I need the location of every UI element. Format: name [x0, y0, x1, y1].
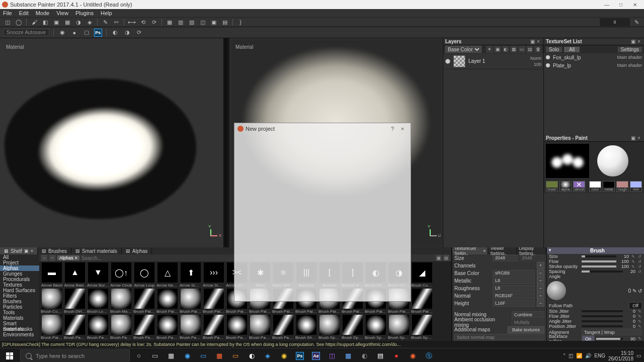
menu-help[interactable]: Help — [101, 10, 112, 16]
app-icon[interactable]: ▦ — [340, 348, 356, 362]
brush-tool-icon[interactable]: 🖌 — [30, 18, 39, 26]
channel-format-select[interactable]: L8 — [493, 285, 535, 292]
shelf-item[interactable]: Brush Paint .. — [202, 289, 225, 314]
cat-smart-materials[interactable]: Smart materials — [0, 321, 39, 326]
cat-alphas[interactable]: Alphas — [0, 265, 39, 271]
snooze-autosave-button[interactable]: Snooze Autosave — [3, 29, 49, 36]
menu-view[interactable]: View — [56, 10, 68, 16]
all-button[interactable]: All — [564, 47, 580, 52]
remove-channel-button[interactable]: − — [537, 292, 544, 299]
tab-brushes[interactable]: ▤Brushes — [38, 247, 71, 254]
shelf-search-input[interactable] — [82, 255, 132, 261]
shelf-item[interactable]: Brush Paint .. — [411, 289, 434, 314]
layer-opacity[interactable]: 100 — [534, 62, 541, 67]
eyedropper-icon[interactable]: ✏ — [112, 18, 121, 26]
size-slider[interactable] — [582, 255, 616, 257]
close-panel-icon[interactable]: × — [535, 39, 541, 44]
shelf-item[interactable]: ◢Brush Corner — [411, 262, 434, 288]
shelf-item[interactable]: ›››Arrow Simpl.. — [202, 262, 225, 288]
shelf-item[interactable]: Brush Paper.. — [63, 315, 87, 340]
aftereffects-icon[interactable]: Ae — [308, 348, 324, 362]
shelf-item[interactable]: Brush Corne.. — [40, 289, 63, 314]
shelf-item[interactable]: Brush Paper.. — [133, 315, 156, 340]
clock[interactable]: 15:10 26/01/2018 — [608, 350, 633, 361]
tray-expand-icon[interactable]: ˄ — [563, 353, 566, 358]
shelf-item[interactable]: △Arrow Negat.. — [156, 262, 179, 288]
shelf-item[interactable]: Brush Spon.. — [411, 315, 434, 340]
tray-icon[interactable]: ◫ — [569, 353, 573, 358]
angle-dial[interactable] — [547, 281, 566, 300]
photoshop-icon[interactable]: Ps — [94, 29, 102, 37]
fill-layer-icon[interactable]: ▦ — [510, 46, 517, 53]
cat-all[interactable]: All — [0, 254, 39, 260]
flow-jitter-slider[interactable] — [582, 315, 623, 317]
shelf-item[interactable]: Brush Paper.. — [156, 315, 179, 340]
stencil-swatch[interactable]: ✕stencil — [573, 181, 585, 192]
cat-materials[interactable]: Materials — [0, 315, 39, 321]
menu-file[interactable]: File — [3, 10, 12, 16]
expand-icon[interactable]: } — [236, 18, 245, 26]
square-icon[interactable]: ▢ — [82, 29, 91, 37]
remove-channel-button[interactable]: − — [537, 300, 544, 307]
norm-icon[interactable]: ◐ — [502, 46, 509, 53]
cat-brushes[interactable]: Brushes — [0, 299, 39, 304]
cat-particles[interactable]: Particles — [0, 304, 39, 310]
shelf-item[interactable]: Brush Maker — [110, 289, 133, 314]
visibility-toggle-icon[interactable] — [445, 59, 450, 64]
list-view-icon[interactable]: ▤ — [443, 255, 449, 261]
remove-channel-button[interactable]: − — [537, 277, 544, 284]
up-icon[interactable]: ^ — [49, 255, 55, 261]
dock-icon[interactable]: ▣ — [529, 39, 535, 44]
tab-display-settings[interactable]: Display Setting.. — [517, 247, 546, 254]
nrm-swatch[interactable]: nrm — [630, 181, 642, 192]
edit-icon[interactable]: ✎ — [630, 254, 635, 259]
shelf-item[interactable]: Brush Paper.. — [249, 315, 272, 340]
app-icon[interactable]: ◈ — [260, 348, 276, 362]
sphere-icon[interactable]: ◉ — [58, 29, 67, 37]
shelf-item[interactable]: Brush Paper.. — [179, 315, 202, 340]
shader-name[interactable]: Main shader — [617, 63, 642, 68]
add-layer-icon[interactable]: ▤ — [526, 46, 533, 53]
fx1-icon[interactable]: ◐ — [111, 29, 120, 37]
app-icon[interactable]: ▭ — [227, 348, 244, 362]
layer-row[interactable]: Layer 1 Norm 100 — [443, 53, 543, 69]
channel-format-select[interactable]: L8 — [493, 278, 535, 284]
brush-swatch[interactable]: brush — [546, 181, 558, 192]
app-icon[interactable]: ◉ — [276, 348, 292, 362]
render-icon[interactable]: ▤ — [220, 18, 229, 26]
channel-select[interactable]: Base Color — [445, 46, 481, 53]
blend-mode[interactable]: Norm — [530, 56, 541, 61]
chip-close-icon[interactable]: × — [75, 255, 77, 260]
alignment-select[interactable]: Tangent | Wrap — [582, 329, 642, 335]
close-panel-icon[interactable]: × — [636, 39, 642, 44]
shelf-item[interactable]: Brush Shapes — [295, 315, 318, 340]
solo-button[interactable]: Solo — [546, 47, 562, 52]
start-button[interactable] — [0, 348, 19, 363]
dialog-titlebar[interactable]: New project ? × — [234, 123, 411, 134]
fx-icon[interactable]: ✦ — [486, 46, 493, 53]
remove-channel-button[interactable]: − — [537, 269, 544, 277]
folder-icon[interactable]: ▭ — [518, 46, 525, 53]
shelf-item[interactable]: Brush Paper.. — [225, 315, 249, 340]
angle-jitter-slider[interactable] — [582, 320, 623, 322]
skype-icon[interactable]: Ⓢ — [421, 348, 437, 362]
lazy-mouse-icon[interactable]: ⟳ — [149, 18, 158, 26]
app-icon[interactable]: ◐ — [244, 348, 260, 362]
menu-mode[interactable]: Mode — [36, 10, 50, 16]
snapshot-icon[interactable]: ▣ — [209, 18, 218, 26]
dialog-close-button[interactable]: × — [397, 126, 408, 132]
ts-settings-button[interactable]: Settings — [618, 47, 642, 52]
shelf-item[interactable]: Brush Paper.. — [202, 315, 225, 340]
fx2-icon[interactable]: ◑ — [123, 29, 132, 37]
alpha-swatch[interactable]: alpha — [559, 181, 572, 192]
size-select[interactable]: 2048 — [493, 255, 518, 261]
layer-name[interactable]: Layer 1 — [468, 58, 527, 64]
shelf-item[interactable]: Brush Paint .. — [133, 289, 156, 314]
tab-viewer-settings[interactable]: Viewer Setting.. — [488, 247, 517, 254]
grid-snap-icon[interactable]: ▦ — [165, 18, 174, 26]
menu-plugins[interactable]: Plugins — [75, 10, 94, 16]
dock-icon[interactable]: ▣ — [630, 135, 636, 141]
visibility-icon[interactable] — [546, 63, 550, 67]
tab-smart-materials[interactable]: ▤Smart materials — [71, 247, 122, 254]
wifi-icon[interactable]: 📶 — [576, 353, 582, 358]
